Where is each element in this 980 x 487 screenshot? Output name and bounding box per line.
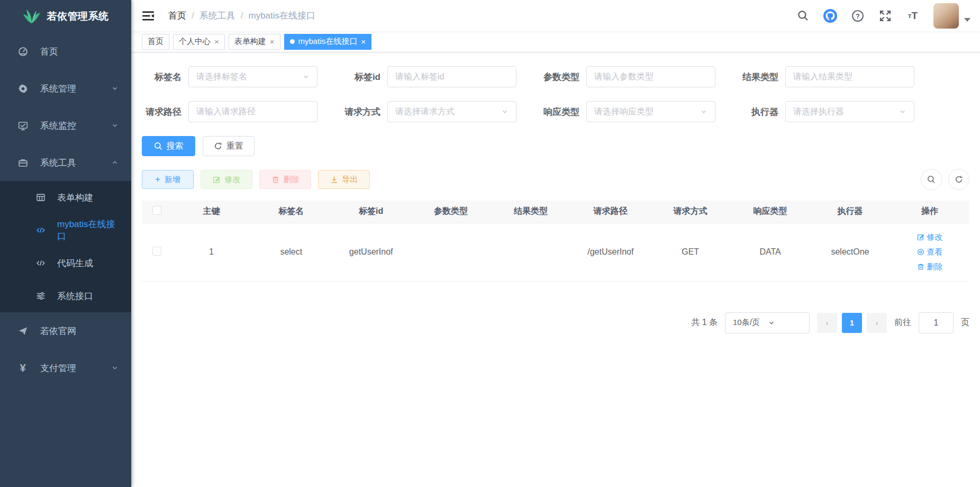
row-view-label: 查看 (927, 247, 943, 257)
response-type-select[interactable]: 请选择响应类型 (586, 101, 715, 122)
cell-tag-id: getUserInof (331, 223, 411, 281)
row-checkbox[interactable] (152, 247, 161, 256)
edit-icon (213, 176, 221, 184)
goto-page-input[interactable] (919, 312, 954, 333)
refresh-icon (214, 142, 222, 150)
sidebar-item-code-generation[interactable]: 代码生成 (0, 247, 131, 279)
search-button[interactable]: 搜索 (142, 136, 195, 156)
navbar-right-tools: ? тT (793, 3, 970, 29)
reset-button[interactable]: 重置 (203, 136, 255, 156)
result-type-input[interactable] (793, 72, 906, 82)
column-header-request-method: 请求方式 (650, 201, 730, 223)
page-number-1[interactable]: 1 (842, 313, 862, 333)
column-header-actions: 操作 (890, 201, 969, 223)
sidebar-item-ruoyi-website[interactable]: 若依官网 (0, 312, 131, 349)
sidebar-item-system-tools[interactable]: 系统工具 (0, 144, 131, 181)
github-icon[interactable] (820, 6, 840, 26)
caret-down-icon (964, 18, 970, 22)
sidebar-item-label: 系统工具 (40, 157, 111, 169)
user-menu[interactable] (933, 3, 970, 29)
page-size-select[interactable]: 10条/页 (725, 312, 810, 333)
close-icon[interactable]: × (361, 37, 366, 46)
sidebar-item-mybatis-online-api[interactable]: mybatis在线接口 (0, 214, 131, 247)
sidebar-submenu-system-tools: 表单构建 mybatis在线接口 代 (0, 181, 131, 312)
row-delete-link[interactable]: 删除 (917, 262, 943, 272)
param-type-input[interactable] (594, 72, 707, 82)
tab-home[interactable]: 首页 (142, 34, 169, 50)
help-icon[interactable]: ? (848, 6, 868, 26)
request-method-select[interactable]: 请选择请求方式 (387, 101, 516, 122)
close-icon[interactable]: × (214, 37, 219, 46)
goto-label: 前往 (894, 317, 911, 328)
sidebar-item-payment-management[interactable]: ¥ 支付管理 (0, 349, 131, 386)
chevron-down-icon (111, 85, 119, 92)
column-header-result-type: 结果类型 (491, 201, 571, 223)
search-icon[interactable] (793, 6, 813, 26)
field-label: 响应类型 (540, 106, 579, 118)
row-edit-label: 修改 (927, 232, 943, 242)
font-size-icon[interactable]: тT (903, 6, 923, 26)
edit-button[interactable]: 修改 (201, 170, 252, 189)
sidebar-collapse-icon[interactable] (142, 10, 155, 22)
fullscreen-icon[interactable] (875, 6, 895, 26)
download-icon (330, 176, 338, 184)
filter-request-method: 请求方式 请选择请求方式 (341, 101, 516, 122)
tab-profile[interactable]: 个人中心 × (173, 34, 225, 50)
executor-select[interactable]: 请选择执行器 (785, 101, 914, 122)
select-placeholder: 请选择响应类型 (594, 106, 700, 118)
row-actions: 修改 查看 (890, 232, 969, 272)
app-title: 若依管理系统 (47, 10, 109, 23)
select-placeholder: 请选择请求方式 (395, 106, 501, 118)
app-logo[interactable]: 若依管理系统 (0, 0, 131, 33)
filter-result-type: 结果类型 (739, 66, 914, 87)
trash-icon (917, 263, 924, 270)
row-edit-link[interactable]: 修改 (917, 232, 943, 242)
avatar[interactable] (933, 3, 959, 29)
row-view-link[interactable]: 查看 (917, 247, 943, 257)
sidebar-item-home[interactable]: 首页 (0, 33, 131, 70)
add-button[interactable]: + 新增 (142, 170, 194, 189)
breadcrumb-system-tools: 系统工具 (199, 10, 235, 22)
tab-mybatis-online-api[interactable]: mybatis在线接口 × (284, 34, 371, 50)
sidebar-item-label: 系统监控 (40, 120, 111, 132)
breadcrumb-home[interactable]: 首页 (168, 10, 186, 22)
sidebar-item-system-monitoring[interactable]: 系统监控 (0, 107, 131, 144)
request-path-input[interactable] (196, 107, 310, 116)
column-header-param-type: 参数类型 (411, 201, 491, 223)
monitor-icon (15, 121, 31, 131)
delete-button[interactable]: 删除 (259, 170, 311, 189)
field-label: 请求方式 (341, 106, 380, 118)
select-all-checkbox[interactable] (152, 206, 161, 215)
show-search-toggle-button[interactable] (921, 169, 942, 190)
breadcrumb-current-page: mybatis在线接口 (248, 10, 315, 22)
close-icon[interactable]: × (270, 37, 275, 46)
sidebar-item-system-api[interactable]: 系统接口 (0, 279, 131, 312)
field-label: 结果类型 (739, 71, 778, 83)
code-icon (33, 258, 49, 268)
export-button[interactable]: 导出 (318, 170, 370, 189)
pagination-total: 共 1 条 (691, 317, 718, 328)
sidebar-item-system-management[interactable]: 系统管理 (0, 70, 131, 107)
field-label: 执行器 (739, 106, 778, 118)
sidebar-menu: 首页 系统管理 (0, 33, 131, 386)
column-header-response-type: 响应类型 (730, 201, 810, 223)
toolbar-right-tools (921, 169, 969, 190)
plus-icon: + (155, 174, 160, 185)
field-label: 标签id (341, 71, 380, 83)
top-navbar: 首页 / 系统工具 / mybatis在线接口 (131, 0, 980, 31)
delete-button-label: 删除 (284, 175, 300, 185)
cell-param-type (411, 223, 491, 281)
chevron-down-icon (111, 364, 119, 372)
tab-form-builder[interactable]: 表单构建 × (229, 34, 280, 50)
sidebar-item-label: 首页 (40, 46, 119, 58)
next-page-button[interactable]: › (867, 313, 887, 333)
table-header-row: 主键 标签名 标签id 参数类型 结果类型 请求路径 请求方式 响应类型 执行器… (142, 201, 969, 223)
field-label: 参数类型 (540, 71, 579, 83)
refresh-table-button[interactable] (948, 169, 969, 190)
sidebar-item-form-builder[interactable]: 表单构建 (0, 181, 131, 214)
tag-name-select[interactable]: 请选择标签名 (188, 66, 317, 87)
sliders-icon (33, 291, 49, 301)
tag-id-input[interactable] (395, 72, 509, 82)
prev-page-button[interactable]: ‹ (817, 313, 837, 333)
chevron-down-icon (700, 108, 707, 115)
